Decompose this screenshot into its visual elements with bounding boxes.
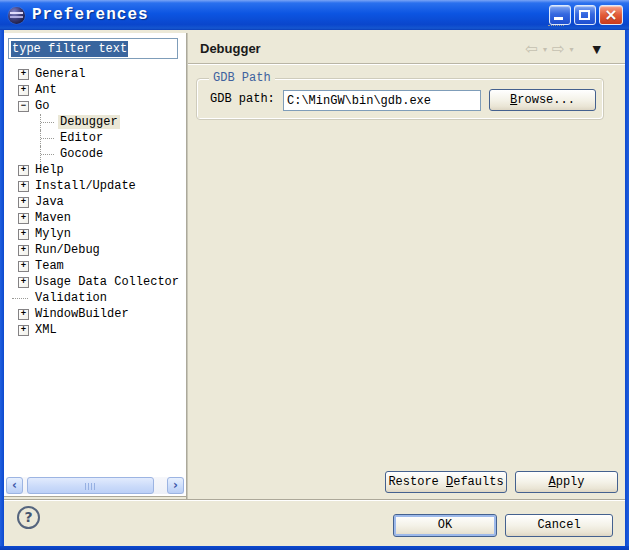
tree-item-run-debug[interactable]: Run/Debug: [4, 242, 185, 258]
maximize-icon: [579, 10, 590, 20]
tree-panel: type filter text General Ant Go Debugger…: [4, 33, 186, 497]
tree-item-windowbuilder[interactable]: WindowBuilder: [4, 306, 185, 322]
tree-item-xml[interactable]: XML: [4, 322, 185, 338]
expander-plus-icon[interactable]: [18, 213, 29, 224]
tree-item-mylyn[interactable]: Mylyn: [4, 226, 185, 242]
expander-plus-icon[interactable]: [18, 69, 29, 80]
tree-item-editor[interactable]: Editor: [4, 130, 185, 146]
page-navigation: [525, 42, 601, 56]
filter-text-selected: type filter text: [11, 41, 128, 57]
tree-item-team[interactable]: Team: [4, 258, 185, 274]
tree-connector: [40, 130, 55, 146]
expander-minus-icon[interactable]: [18, 101, 29, 112]
minimize-button[interactable]: [549, 5, 571, 25]
tree-item-install-update[interactable]: Install/Update: [4, 178, 185, 194]
tree-item-go[interactable]: Go: [4, 98, 185, 114]
tree-horizontal-scrollbar[interactable]: [6, 477, 184, 494]
page-panel: Debugger GDB Path GDB path: Browse... Re…: [188, 33, 625, 499]
tree-connector: [40, 146, 55, 162]
expander-plus-icon[interactable]: [18, 277, 29, 288]
header-divider: [188, 63, 625, 65]
browse-button[interactable]: Browse...: [489, 89, 596, 111]
tree-item-validation[interactable]: Validation: [4, 290, 185, 306]
tree-item-usage-data-collector[interactable]: Usage Data Collector: [4, 274, 185, 290]
window-controls: [549, 5, 629, 25]
ok-button[interactable]: OK: [393, 514, 497, 537]
restore-defaults-button[interactable]: Restore Defaults: [385, 471, 507, 493]
expander-plus-icon[interactable]: [18, 197, 29, 208]
expander-plus-icon[interactable]: [18, 261, 29, 272]
scrollbar-grip-icon: [85, 483, 97, 490]
apply-button[interactable]: Apply: [515, 471, 618, 493]
scroll-right-icon[interactable]: [167, 477, 184, 494]
expander-plus-icon[interactable]: [18, 229, 29, 240]
scrollbar-thumb[interactable]: [27, 477, 154, 494]
preferences-tree: General Ant Go Debugger Editor Gocode He…: [4, 66, 185, 338]
tree-item-java[interactable]: Java: [4, 194, 185, 210]
close-button[interactable]: [599, 5, 623, 25]
maximize-button[interactable]: [574, 5, 596, 25]
help-icon[interactable]: ?: [17, 506, 40, 529]
expander-plus-icon[interactable]: [18, 181, 29, 192]
scrollbar-track[interactable]: [23, 477, 167, 494]
tree-item-general[interactable]: General: [4, 66, 185, 82]
tree-item-help[interactable]: Help: [4, 162, 185, 178]
expander-plus-icon[interactable]: [18, 245, 29, 256]
back-dropdown-icon[interactable]: [543, 45, 547, 54]
back-icon[interactable]: [525, 42, 538, 56]
forward-icon[interactable]: [552, 42, 565, 56]
gdb-path-label: GDB path:: [210, 92, 275, 106]
window-border-bottom: [0, 546, 629, 550]
button-bar: ? OK Cancel: [4, 501, 625, 546]
expander-plus-icon[interactable]: [18, 309, 29, 320]
minimize-icon: [554, 17, 563, 20]
scroll-left-icon[interactable]: [6, 477, 23, 494]
preferences-dialog: Preferences type filter text General Ant…: [0, 0, 629, 550]
tree-item-maven[interactable]: Maven: [4, 210, 185, 226]
filter-input[interactable]: type filter text: [8, 38, 178, 59]
forward-dropdown-icon[interactable]: [570, 45, 574, 54]
tree-connector: [40, 114, 55, 130]
tree-item-gocode[interactable]: Gocode: [4, 146, 185, 162]
expander-plus-icon[interactable]: [18, 325, 29, 336]
group-title: GDB Path: [209, 71, 275, 85]
tree-connector: [18, 290, 29, 306]
window-border-right: [625, 30, 629, 550]
eclipse-icon: [8, 7, 25, 24]
expander-plus-icon[interactable]: [18, 85, 29, 96]
gdb-path-input[interactable]: [283, 90, 481, 111]
gdb-path-group: GDB Path GDB path: Browse...: [196, 78, 604, 120]
tree-item-debugger[interactable]: Debugger: [4, 114, 185, 130]
tree-item-ant[interactable]: Ant: [4, 82, 185, 98]
page-title: Debugger: [200, 41, 261, 56]
view-menu-icon[interactable]: [593, 43, 601, 56]
dialog-body: type filter text General Ant Go Debugger…: [4, 30, 625, 546]
expander-plus-icon[interactable]: [18, 165, 29, 176]
cancel-button[interactable]: Cancel: [505, 514, 613, 537]
window-title: Preferences: [32, 6, 149, 24]
title-bar[interactable]: Preferences: [0, 0, 629, 30]
